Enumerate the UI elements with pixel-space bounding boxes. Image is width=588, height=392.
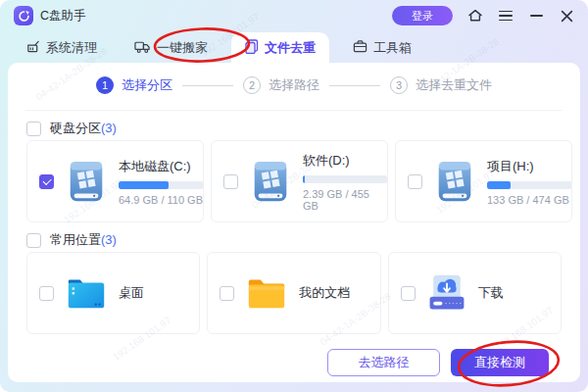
usage-bar-fill <box>303 175 305 183</box>
disk-card-h[interactable]: 项目(H:) 133 GB / 474 GB <box>395 140 572 222</box>
location-card-desktop[interactable]: 桌面 <box>26 252 200 334</box>
file-dedup-icon <box>245 39 259 57</box>
tab-label: 一键搬家 <box>157 39 208 57</box>
select-all-disks-checkbox[interactable] <box>26 122 41 136</box>
usage-bar <box>487 181 571 189</box>
section-title: 硬盘分区(3) <box>50 120 117 137</box>
step-number: 3 <box>390 76 408 94</box>
login-button[interactable]: 登录 <box>392 6 453 25</box>
disk-h-checkbox[interactable] <box>408 174 422 189</box>
location-card-documents[interactable]: 我的文档 <box>207 252 380 334</box>
step-label: 选择分区 <box>122 76 172 94</box>
usage-bar <box>119 181 203 189</box>
menu-icon[interactable] <box>498 8 514 24</box>
step-connector <box>329 85 380 86</box>
tab-toolbox[interactable]: 工具箱 <box>339 32 425 63</box>
location-label: 我的文档 <box>299 284 350 302</box>
documents-folder-icon <box>244 273 289 313</box>
moving-truck-icon <box>134 39 151 57</box>
step-label: 选择去重文件 <box>416 76 492 94</box>
usage-bar <box>303 175 387 183</box>
hard-drive-icon <box>432 159 477 204</box>
tab-one-key-move[interactable]: 一键搬家 <box>121 32 221 63</box>
disk-size: 2.39 GB / 455 GB <box>303 188 387 212</box>
disk-size: 133 GB / 474 GB <box>487 194 571 206</box>
app-title: C盘助手 <box>40 8 86 24</box>
location-card-downloads[interactable]: 下载 <box>388 252 562 334</box>
usage-bar-fill <box>119 181 169 189</box>
disk-info: 本地磁盘(C:) 64.9 GB / 110 GB <box>119 158 203 206</box>
tab-label: 工具箱 <box>373 39 412 57</box>
tab-label: 系统清理 <box>46 39 97 57</box>
desktop-checkbox[interactable] <box>39 286 54 301</box>
step-label: 选择路径 <box>269 76 319 94</box>
disk-name: 软件(D:) <box>303 152 387 170</box>
tab-bar: 系统清理 一键搬家 文件去重 工具箱 <box>12 32 425 63</box>
section-header-locations: 常用位置(3) <box>26 231 117 249</box>
disk-name: 项目(H:) <box>487 158 571 175</box>
usage-bar-fill <box>487 181 511 189</box>
disk-info: 软件(D:) 2.39 GB / 455 GB <box>303 152 387 212</box>
close-icon[interactable] <box>559 8 574 24</box>
choose-path-button[interactable]: 去选路径 <box>327 349 440 376</box>
divider <box>25 110 563 111</box>
location-label: 桌面 <box>119 284 144 302</box>
downloads-checkbox[interactable] <box>401 286 416 301</box>
section-title: 常用位置(3) <box>50 231 117 249</box>
disk-d-checkbox[interactable] <box>223 174 238 189</box>
home-icon[interactable] <box>467 8 483 24</box>
disk-card-row: 本地磁盘(C:) 64.9 GB / 110 GB 软件(D:) 2.39 GB… <box>26 140 562 222</box>
desktop-folder-icon <box>64 273 109 313</box>
toolbox-icon <box>353 39 368 57</box>
disk-name: 本地磁盘(C:) <box>119 158 203 175</box>
step-number: 1 <box>96 76 114 94</box>
step-select-path: 2 选择路径 <box>243 76 319 94</box>
location-label: 下载 <box>478 284 504 302</box>
hard-drive-icon <box>248 159 293 204</box>
section-header-disks: 硬盘分区(3) <box>26 120 117 137</box>
disk-size: 64.9 GB / 110 GB <box>119 194 203 206</box>
tab-file-dedup[interactable]: 文件去重 <box>231 32 329 63</box>
content-panel: 1 选择分区 2 选择路径 3 选择去重文件 硬盘分区(3) <box>8 63 580 382</box>
app-logo-icon <box>14 6 33 25</box>
step-select-files: 3 选择去重文件 <box>390 76 492 94</box>
tab-system-clean[interactable]: 系统清理 <box>12 32 111 63</box>
select-all-locations-checkbox[interactable] <box>26 233 41 248</box>
download-icon <box>425 272 468 314</box>
step-connector <box>182 85 233 86</box>
disk-card-c[interactable]: 本地磁盘(C:) 64.9 GB / 110 GB <box>26 140 204 222</box>
footer-actions: 去选路径 直接检测 <box>327 349 549 376</box>
hard-drive-icon <box>64 159 109 204</box>
step-number: 2 <box>243 76 261 94</box>
system-clean-icon <box>25 39 40 57</box>
app-window: 04-42-1A-2B-38-28 192.168.101.97 04-42-1… <box>0 0 588 392</box>
disk-info: 项目(H:) 133 GB / 474 GB <box>487 158 571 206</box>
disk-c-checkbox[interactable] <box>39 174 54 189</box>
disk-card-d[interactable]: 软件(D:) 2.39 GB / 455 GB <box>211 140 388 222</box>
documents-checkbox[interactable] <box>220 286 234 301</box>
step-select-partition: 1 选择分区 <box>96 76 172 94</box>
detect-now-button[interactable]: 直接检测 <box>451 349 549 376</box>
titlebar: C盘助手 登录 <box>0 0 588 31</box>
minimize-icon[interactable] <box>528 8 544 24</box>
location-card-row: 桌面 我的文档 下载 <box>26 252 562 334</box>
step-indicator: 1 选择分区 2 选择路径 3 选择去重文件 <box>8 76 580 94</box>
tab-label: 文件去重 <box>265 39 316 57</box>
